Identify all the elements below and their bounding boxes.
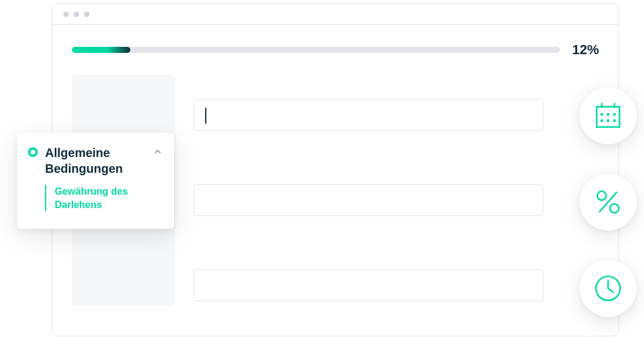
progress-percent-label: 12% [572, 42, 599, 58]
radio-active-icon [28, 147, 38, 157]
sidebar-navigation-card[interactable]: Allgemeine Bedingungen Gewährung des Dar… [17, 133, 174, 229]
percent-icon [593, 187, 623, 217]
progress-bar [72, 47, 560, 53]
traffic-light-maximize[interactable] [84, 12, 89, 17]
browser-chrome [52, 4, 618, 25]
svg-rect-7 [607, 119, 609, 122]
svg-rect-3 [601, 113, 603, 116]
progress-fill [72, 47, 130, 53]
svg-line-14 [608, 288, 613, 292]
svg-line-11 [599, 192, 617, 212]
svg-rect-4 [607, 113, 609, 116]
svg-rect-8 [613, 119, 615, 122]
calendar-icon [593, 100, 623, 131]
svg-rect-5 [613, 113, 615, 116]
calendar-badge[interactable] [579, 87, 637, 144]
progress-section: 12% [52, 25, 618, 58]
svg-point-10 [610, 204, 619, 213]
svg-rect-0 [597, 106, 620, 127]
clock-icon [593, 273, 623, 304]
percent-badge[interactable] [579, 173, 637, 231]
svg-point-9 [597, 191, 606, 200]
svg-rect-6 [601, 119, 603, 122]
form-area [194, 75, 599, 306]
traffic-light-minimize[interactable] [74, 12, 79, 17]
text-input-1[interactable] [194, 99, 544, 131]
text-cursor [205, 108, 206, 124]
traffic-light-close[interactable] [63, 12, 69, 17]
sidebar-header[interactable]: Allgemeine Bedingungen [28, 145, 162, 176]
text-input-3[interactable] [194, 270, 544, 301]
sidebar-section-title: Allgemeine Bedingungen [45, 145, 162, 176]
chevron-up-icon[interactable] [153, 147, 162, 158]
text-input-2[interactable] [194, 184, 544, 216]
sidebar-subitem[interactable]: Gewährung des Darlehens [45, 185, 162, 211]
clock-badge[interactable] [579, 260, 637, 317]
